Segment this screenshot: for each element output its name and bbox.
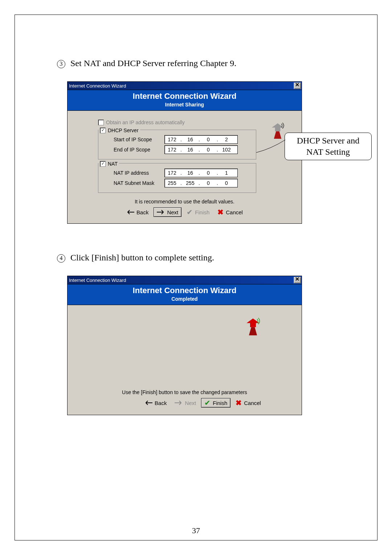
check-icon: ✔: [204, 399, 211, 406]
wizard1-banner-title: Internet Connection Wizard: [68, 92, 302, 101]
next-button[interactable]: Next: [154, 207, 181, 217]
dhcp-checkbox[interactable]: ✓ DHCP Server: [100, 127, 139, 133]
page-number: 37: [0, 526, 392, 535]
wizard2-window: Internet Connection Wizard Internet Conn…: [67, 276, 302, 415]
wizard2-banner-title: Internet Connection Wizard: [68, 286, 302, 295]
arrow-right-icon: [175, 399, 183, 406]
network-tower-icon: [244, 317, 264, 339]
nat-label: NAT: [108, 161, 118, 167]
arrow-right-icon: [157, 208, 165, 216]
auto-ip-label: Obtain an IP address automatically: [106, 119, 185, 125]
step3-body: Set NAT and DHCP Server referring Chapte…: [70, 58, 236, 68]
wizard1-body: Obtain an IP address automatically ✓ DHC…: [68, 111, 302, 223]
nat-groupbox: ✓ NAT NAT IP address 172. 16. 0. 1: [98, 163, 256, 193]
wizard2-title-text: Internet Connection Wizard: [69, 278, 294, 283]
step3-text: 3 Set NAT and DHCP Server referring Chap…: [57, 58, 337, 68]
wizard1-banner: Internet Connection Wizard Internet Shar…: [68, 90, 302, 111]
back-button[interactable]: Back: [142, 398, 170, 408]
end-scope-input[interactable]: 172. 16. 0. 102: [164, 145, 238, 154]
cancel-button[interactable]: ✖ Cancel: [233, 398, 264, 408]
finish-button-disabled: ✔ Finish: [184, 207, 212, 217]
step3-marker: 3: [57, 60, 65, 68]
callout-bubble: DHCP Server and NAT Setting: [285, 133, 372, 160]
svg-marker-2: [272, 123, 283, 131]
wizard1-hint: It is recommended to use the default val…: [73, 199, 297, 204]
nat-ip-input[interactable]: 172. 16. 0. 1: [164, 169, 238, 177]
arrow-left-icon: [144, 399, 152, 406]
arrow-left-icon: [126, 208, 134, 216]
start-scope-label: Start of IP Scope: [114, 137, 164, 142]
wizard2-banner-sub: Completed: [68, 296, 302, 302]
wizard1-button-row: Back Next ✔ Finish ✖ Cancel: [73, 204, 297, 220]
back-button[interactable]: Back: [123, 207, 151, 217]
close-icon[interactable]: [294, 82, 301, 89]
wizard1-titlebar: Internet Connection Wizard: [68, 82, 302, 90]
dhcp-groupbox: ✓ DHCP Server Start of IP Scope 172. 16.…: [98, 130, 256, 159]
x-icon: ✖: [236, 399, 242, 406]
checkbox-checked-icon: ✓: [100, 127, 106, 133]
wizard2-banner: Internet Connection Wizard Completed: [68, 284, 302, 305]
nat-mask-label: NAT Subnet Mask: [114, 180, 164, 186]
checkbox-box-icon: [98, 119, 104, 125]
svg-marker-7: [249, 327, 257, 335]
start-scope-input[interactable]: 172. 16. 0. 2: [164, 135, 238, 144]
wizard2-titlebar: Internet Connection Wizard: [68, 276, 302, 284]
svg-marker-6: [246, 319, 259, 327]
check-icon: ✔: [187, 208, 193, 216]
step4-body: Click [Finish] button to complete settin…: [70, 253, 214, 262]
dhcp-label: DHCP Server: [108, 127, 139, 133]
close-icon[interactable]: [294, 277, 301, 283]
end-scope-label: End of IP Scope: [114, 147, 164, 153]
wizard2-button-row: Back Next ✔ Finish ✖ Cancel: [73, 395, 297, 411]
wizard1-title-text: Internet Connection Wizard: [69, 83, 294, 89]
step4-text: 4 Click [Finish] button to complete sett…: [57, 253, 337, 263]
step4-marker: 4: [57, 254, 65, 263]
auto-ip-checkbox[interactable]: Obtain an IP address automatically: [98, 119, 185, 125]
x-icon: ✖: [217, 208, 224, 216]
next-button-disabled: Next: [172, 398, 199, 408]
nat-ip-label: NAT IP address: [114, 170, 164, 176]
cancel-button[interactable]: ✖ Cancel: [215, 207, 246, 217]
checkbox-checked-icon: ✓: [100, 161, 106, 167]
wizard2-body: Use the [Finish] button to save the chan…: [68, 305, 302, 415]
wizard1-banner-sub: Internet Sharing: [68, 102, 302, 108]
svg-marker-3: [274, 131, 282, 139]
wizard1-window: Internet Connection Wizard Internet Conn…: [67, 81, 302, 224]
finish-button[interactable]: ✔ Finish: [201, 398, 230, 408]
wizard2-hint: Use the [Finish] button to save the chan…: [73, 389, 297, 395]
nat-checkbox[interactable]: ✓ NAT: [100, 161, 118, 167]
nat-mask-input[interactable]: 255. 255. 0. 0: [164, 179, 238, 187]
